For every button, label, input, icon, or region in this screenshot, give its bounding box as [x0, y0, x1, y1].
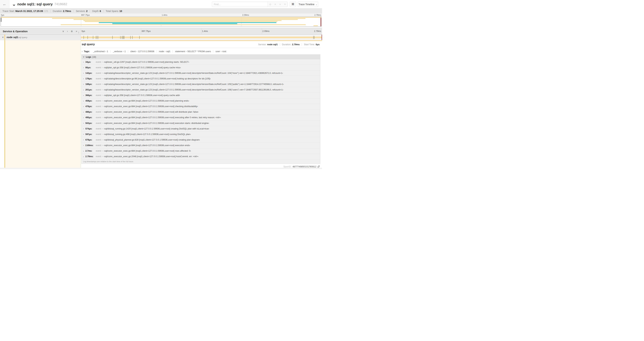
keyboard-shortcuts-button[interactable]: ⌘ — [290, 2, 296, 7]
meta-item: Total Spans10 — [104, 10, 124, 13]
log-marker-tick — [130, 36, 130, 39]
tag-item[interactable]: _verbose=1 — [110, 50, 128, 53]
time-tick-label: 1.4ms — [202, 30, 208, 33]
span-row[interactable]: ∨ node sql1 sql query — [0, 35, 322, 40]
span-collapse-chevron-icon[interactable]: ∨ — [2, 36, 4, 39]
logs-count: (18) — [92, 56, 96, 58]
meta-label: Duration — [53, 10, 62, 13]
log-equals: = — [101, 83, 104, 85]
collapse-one-icon[interactable]: ∨ — [62, 30, 64, 33]
span-service-name: node sql1 — [6, 36, 18, 39]
tag-item[interactable]: user=root — [213, 50, 228, 53]
meta-label: Depth — [92, 10, 98, 13]
log-event-value: ‹sql/catalog/lease/descriptor_version_st… — [104, 89, 283, 91]
column-resizer-handle[interactable]: ∥ — [78, 31, 79, 34]
log-event-value: ‹sql/catalog/descs/descriptor.go:98 [nsq… — [104, 78, 211, 80]
log-equals: = — [101, 111, 104, 113]
log-equals: = — [101, 128, 104, 130]
time-tick-label: 1.4ms — [162, 14, 168, 16]
log-row[interactable]: ›486μs:event=‹sql/conn_executor_exec.go:… — [82, 109, 320, 115]
next-match-icon[interactable]: ∨ — [279, 3, 281, 6]
detail-row-span-bar — [81, 40, 322, 41]
log-row[interactable]: ›459μs:event=‹sql/conn_executor_exec.go:… — [82, 98, 320, 104]
tag-item[interactable]: node=sql1 — [157, 50, 173, 53]
meta-value: March 31 2022, 17:25:09 — [16, 10, 43, 13]
trace-meta-bar: Trace StartMarch 31 2022, 17:25:09.326Du… — [0, 8, 322, 14]
clear-icon[interactable]: ✕ — [284, 3, 286, 6]
log-timestamp: 2.69ms: — [85, 144, 94, 147]
chevron-down-icon: ⌄ — [316, 3, 317, 6]
span-row-name-column[interactable]: ∨ node sql1 sql query — [0, 35, 81, 40]
log-row[interactable]: ›597μs:event=‹sql/distsql_running.go:498… — [82, 132, 320, 137]
minimap-span-bar — [84, 20, 281, 21]
time-tick-label: 2.09ms — [262, 30, 270, 33]
tag-item[interactable]: statement=SELECT * FROM users — [173, 50, 213, 53]
expand-all-icon[interactable]: » — [76, 30, 77, 33]
tag-item[interactable]: _unfinished=1 — [91, 50, 110, 53]
prev-match-icon[interactable]: ∧ — [274, 3, 276, 6]
overview-value: 2.79ms — [292, 43, 300, 46]
collapse-controls: ∨ › ⇊ » — [62, 28, 77, 35]
log-equals: = — [101, 122, 104, 124]
log-event-value: ‹sql/exec_util.go:2297 [nsql1,client=127… — [104, 61, 189, 63]
log-event-value: ‹sql/plan_opt.go:358 [nsql1,client=127.0… — [104, 66, 181, 69]
log-equals: = — [101, 105, 104, 108]
log-row[interactable]: ›2.79ms:event=‹sql/conn_executor_exec.go… — [82, 154, 320, 159]
log-row[interactable]: ›2.69ms:event=‹sql/conn_executor_exec.go… — [82, 143, 320, 148]
log-event-label: event — [96, 100, 101, 102]
log-row[interactable]: ›201μs:event=‹sql/catalog/lease/descript… — [82, 87, 320, 93]
time-tick-label: 697.75μs — [142, 30, 151, 33]
log-row[interactable]: ›34μs:event=‹sql/exec_util.go:2297 [nsql… — [82, 59, 320, 65]
log-marker-tick — [93, 36, 93, 39]
link-icon[interactable] — [317, 165, 320, 168]
back-button[interactable]: ← — [0, 0, 9, 8]
log-event-label: event — [96, 155, 101, 158]
detail-overview-item: Start Time:0μs — [302, 43, 320, 46]
meta-item: Depth6 — [90, 10, 103, 13]
logs-list: ›34μs:event=‹sql/exec_util.go:2297 [nsql… — [82, 59, 320, 159]
chevron-right-icon: › — [83, 127, 84, 130]
log-marker-tick — [98, 36, 98, 39]
log-row[interactable]: ›502μs:event=‹sql/conn_executor_exec.go:… — [82, 120, 320, 126]
span-duration-bar[interactable] — [81, 37, 322, 38]
log-row[interactable]: ›495μs:event=‹sql/conn_executor_exec.go:… — [82, 115, 320, 120]
timeline-minimap: 0μs697.75μs1.4ms2.09ms2.79ms — [0, 14, 322, 27]
log-event-value: ‹sql/conn_executor_exec.go:684 [nsql1,cl… — [104, 144, 190, 147]
log-row[interactable]: ›189μs:event=‹sql/catalog/lease/descript… — [82, 82, 320, 87]
collapse-all-icon[interactable]: ⇊ — [71, 30, 73, 33]
log-row[interactable]: ›142μs:event=‹sql/catalog/lease/descript… — [82, 70, 320, 76]
log-event-value: ‹sql/conn_executor_exec.go:2046 [nsql1,c… — [104, 155, 198, 158]
log-event-label: event — [96, 78, 101, 80]
logs-accordion-header[interactable]: ∨ Logs (18) — [82, 55, 320, 59]
log-row[interactable]: ›476μs:event=‹sql/conn_executor_exec.go:… — [82, 104, 320, 109]
span-operation-name: sql query — [18, 36, 27, 39]
trace-view-selector[interactable]: Trace Timeline ⌄ — [298, 2, 318, 7]
minimap-canvas[interactable] — [1, 17, 321, 27]
tags-accordion[interactable]: › Tags: _unfinished=1_verbose=1client=12… — [81, 48, 320, 54]
log-row[interactable]: ›574μs:event=‹sql/distsql_running.go:142… — [82, 126, 320, 132]
find-input[interactable] — [212, 2, 268, 7]
selected-span-highlight — [5, 40, 81, 169]
log-row[interactable]: ›80μs:event=‹sql/plan_opt.go:358 [nsql1,… — [82, 65, 320, 70]
chevron-right-icon: › — [83, 150, 84, 152]
log-marker-tick — [120, 36, 120, 39]
log-row[interactable]: ›678μs:event=‹sql/distsql_physical_plann… — [82, 137, 320, 143]
tag-value: sql1 — [166, 50, 170, 53]
log-row[interactable]: ›176μs:event=‹sql/catalog/descs/descript… — [82, 76, 320, 82]
trace-collapse-chevron-icon[interactable]: ⌄ — [12, 1, 16, 8]
locate-icon[interactable]: ◎ — [269, 3, 271, 6]
log-equals: = — [101, 66, 104, 69]
tag-key: node — [159, 50, 164, 53]
minimap-right-handle[interactable] — [320, 17, 321, 26]
detail-header[interactable]: sql query Service:node sql1Duration:2.79… — [81, 42, 320, 48]
log-row[interactable]: ›2.7ms:event=‹sql/conn_executor_exec.go:… — [82, 148, 320, 154]
meta-item: Services2 — [74, 10, 90, 13]
log-row[interactable]: ›366μs:event=‹sql/plan_opt.go:358 [nsql1… — [82, 93, 320, 98]
log-equals: = — [101, 72, 104, 74]
span-row-timeline[interactable] — [81, 35, 322, 40]
find-group: ◎∧∨✕ — [212, 2, 288, 7]
expand-one-icon[interactable]: › — [67, 30, 68, 33]
log-timestamp: 502μs: — [85, 122, 94, 124]
meta-item: Duration2.79ms — [50, 10, 74, 13]
tag-item[interactable]: client=127.0.0.1:59936 — [128, 50, 157, 53]
